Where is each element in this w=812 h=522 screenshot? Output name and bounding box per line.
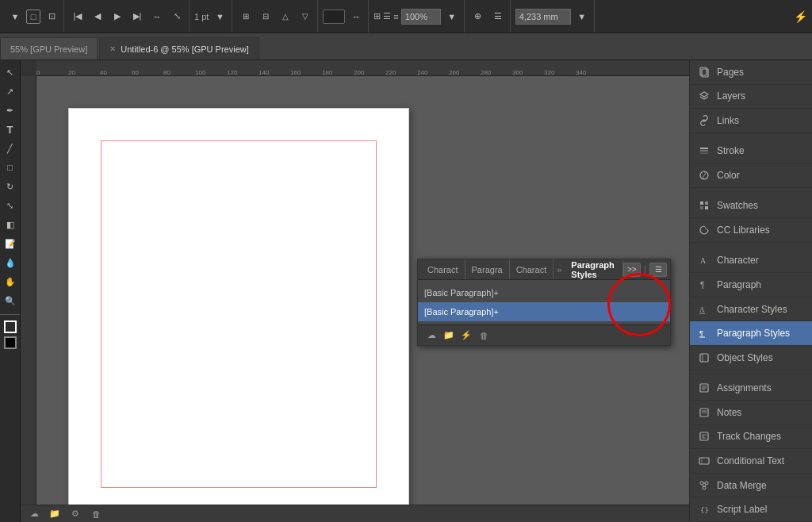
- nav-first[interactable]: |◀: [69, 8, 86, 25]
- fill-btn[interactable]: [323, 10, 345, 24]
- zoom-down[interactable]: ▼: [443, 8, 461, 25]
- right-panel-item-layers[interactable]: Layers: [690, 85, 812, 109]
- svg-point-33: [705, 482, 708, 485]
- layers-label: Layers: [717, 90, 745, 102]
- document-page-inner: [101, 140, 377, 488]
- tool-pen[interactable]: ✒: [2, 102, 19, 119]
- stroke-down[interactable]: ▼: [211, 8, 228, 25]
- zoom-icon2: ☰: [383, 11, 391, 21]
- ruler-mark-120: 120: [227, 69, 237, 76]
- panel-tab-paragraph-label: Paragra: [472, 265, 503, 274]
- panel-menu-btn[interactable]: ☰: [649, 263, 667, 277]
- panel-footer-trash-btn[interactable]: 🗑: [477, 329, 491, 342]
- right-panel-item-stroke[interactable]: Stroke: [690, 140, 812, 164]
- right-panel-item-data-merge[interactable]: Data Merge: [690, 474, 812, 498]
- zoom-input[interactable]: [401, 9, 441, 25]
- ruler-mark-320: 320: [544, 69, 554, 76]
- tool-line[interactable]: ╱: [2, 140, 19, 157]
- right-panel-item-character[interactable]: A Character: [690, 248, 812, 273]
- right-panel-item-color[interactable]: Color: [690, 163, 812, 188]
- panel-footer-folder-btn[interactable]: 📁: [442, 329, 456, 342]
- stroke-icon: [698, 144, 710, 157]
- panel-row-1-label: [Basic Paragraph]+: [424, 307, 499, 317]
- panel-collapse-btn[interactable]: >>: [623, 263, 641, 277]
- conditional-text-icon: [698, 455, 710, 467]
- svg-rect-10: [705, 206, 708, 209]
- tool-direct-select[interactable]: ↗: [2, 83, 19, 100]
- panel-footer-cloud-btn[interactable]: ☁: [424, 329, 439, 342]
- panel-row-1[interactable]: [Basic Paragraph]+: [418, 302, 670, 321]
- right-panel-item-conditional-text[interactable]: Conditional Text: [690, 449, 812, 474]
- panel-tab-more[interactable]: »: [553, 265, 565, 274]
- nav-next[interactable]: ▶: [109, 8, 126, 25]
- fill-stroke[interactable]: ↔: [347, 8, 365, 25]
- panel-row-0[interactable]: [Basic Paragraph]+: [418, 283, 670, 302]
- nav-move[interactable]: ⤡: [168, 8, 186, 25]
- right-panel-item-notes[interactable]: Notes: [690, 401, 812, 425]
- toolbar-btn-2[interactable]: ⊡: [43, 8, 60, 25]
- transform-2[interactable]: ⊟: [257, 8, 274, 25]
- tab-gpu-preview-2[interactable]: ✕ Untitled-6 @ 55% [GPU Preview]: [99, 37, 259, 59]
- option-2[interactable]: ☰: [489, 8, 507, 25]
- transform-1[interactable]: ⊞: [237, 8, 255, 25]
- canvas-bottom-bar: ☁ 📁 ⚙ 🗑: [21, 505, 689, 522]
- tool-gradient[interactable]: ◧: [2, 216, 19, 233]
- right-panel-item-swatches[interactable]: Swatches: [690, 194, 812, 218]
- right-panel: Pages Layers Links Stroke Color: [689, 60, 812, 522]
- canvas-bottom-folder[interactable]: 📁: [48, 508, 62, 520]
- tab-close-icon[interactable]: ✕: [109, 44, 116, 53]
- panel-footer-lightning-btn[interactable]: ⚡: [459, 329, 473, 342]
- panel-tab-character[interactable]: Charact: [421, 259, 465, 279]
- canvas-bottom-settings[interactable]: ⚙: [68, 508, 82, 520]
- coord-input[interactable]: [515, 9, 571, 25]
- tool-zoom[interactable]: 🔍: [2, 292, 19, 309]
- panel-tab-charact2[interactable]: Charact: [510, 259, 554, 279]
- tool-rect[interactable]: □: [2, 159, 19, 176]
- stroke-box[interactable]: [4, 336, 17, 349]
- lightning-toolbar-btn[interactable]: ⚡: [791, 8, 809, 25]
- svg-text:{}: {}: [700, 506, 709, 514]
- color-icon: [698, 169, 710, 182]
- toolbar-btn-box[interactable]: □: [26, 10, 40, 24]
- coord-down[interactable]: ▼: [573, 8, 591, 25]
- tab-gpu-preview-1[interactable]: 55% [GPU Preview]: [0, 37, 98, 59]
- panel-tab-character-label: Charact: [427, 265, 458, 274]
- ruler-mark-220: 220: [385, 69, 396, 76]
- character-icon: A: [698, 254, 710, 267]
- tool-rotate[interactable]: ↻: [2, 178, 19, 195]
- paragraph-icon: ¶: [698, 278, 710, 291]
- right-panel-item-script-label[interactable]: {} Script Label: [690, 497, 812, 522]
- right-panel-item-cc-libraries[interactable]: CC Libraries: [690, 218, 812, 243]
- canvas-bottom-trash[interactable]: 🗑: [89, 508, 103, 520]
- transform-4[interactable]: ▽: [297, 8, 314, 25]
- panel-tab-paragraph[interactable]: Paragra: [465, 259, 510, 279]
- right-panel-item-links[interactable]: Links: [690, 109, 812, 133]
- tool-hand[interactable]: ✋: [2, 273, 19, 290]
- panel-footer: ☁ 📁 ⚡ 🗑: [418, 324, 670, 345]
- right-panel-item-assignments[interactable]: Assignments: [690, 376, 812, 401]
- pages-label: Pages: [717, 67, 744, 78]
- nav-add[interactable]: ↔: [148, 8, 166, 25]
- ruler-mark-40: 40: [100, 69, 107, 76]
- tool-eyedropper[interactable]: 💧: [2, 254, 19, 271]
- right-panel-item-track-changes[interactable]: Track Changes: [690, 425, 812, 450]
- toolbar-btn-1[interactable]: ▼: [6, 8, 24, 25]
- right-panel-item-paragraph-styles[interactable]: ¶ Paragraph Styles: [690, 321, 812, 346]
- right-panel-item-character-styles[interactable]: A Character Styles: [690, 297, 812, 322]
- right-panel-item-paragraph[interactable]: ¶ Paragraph: [690, 273, 812, 297]
- transform-3[interactable]: △: [277, 8, 294, 25]
- nav-prev[interactable]: ◀: [89, 8, 106, 25]
- canvas-bottom-cloud[interactable]: ☁: [27, 508, 41, 520]
- panel-tab-paragraph-styles[interactable]: Paragraph Styles: [565, 259, 623, 279]
- tool-note[interactable]: 📝: [2, 235, 19, 252]
- tool-scale[interactable]: ⤡: [2, 197, 19, 214]
- nav-last[interactable]: ▶|: [128, 8, 146, 25]
- right-panel-item-object-styles[interactable]: Object Styles: [690, 346, 812, 370]
- tool-type[interactable]: T: [2, 121, 19, 138]
- fill-box[interactable]: [4, 320, 17, 333]
- object-styles-label: Object Styles: [717, 352, 773, 363]
- cc-libraries-label: CC Libraries: [717, 225, 770, 236]
- tool-select[interactable]: ↖: [2, 63, 19, 81]
- option-1[interactable]: ⊕: [469, 8, 487, 25]
- right-panel-item-pages[interactable]: Pages: [690, 60, 812, 85]
